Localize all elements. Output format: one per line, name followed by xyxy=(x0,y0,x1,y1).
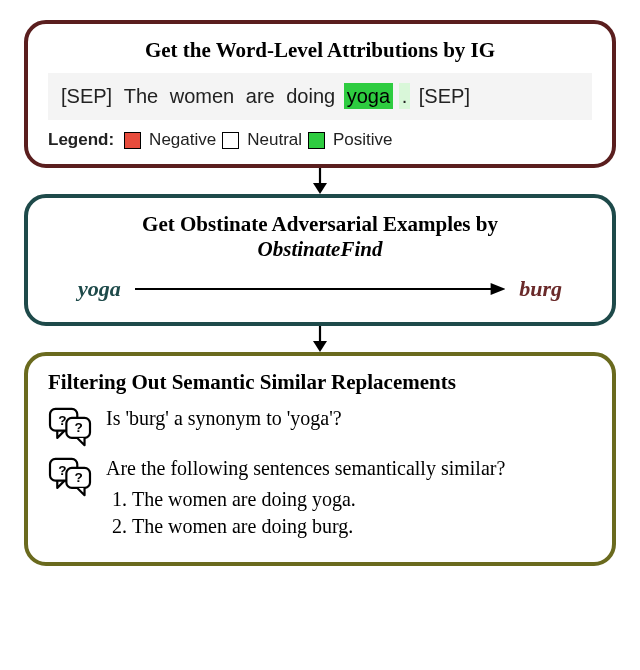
panel-attributions: Get the Word-Level Attributions by IG [S… xyxy=(24,20,616,168)
token-women: women xyxy=(167,83,237,109)
token-the: The xyxy=(121,83,161,109)
svg-marker-1 xyxy=(313,183,327,194)
connector-2 xyxy=(24,326,616,352)
svg-marker-3 xyxy=(490,283,505,295)
swatch-negative xyxy=(124,132,141,149)
swatch-neutral xyxy=(222,132,239,149)
attribution-sentence: [SEP] The women are doing yoga . [SEP] xyxy=(48,73,592,120)
question-2-block: Are the following sentences semantically… xyxy=(106,455,505,540)
arrow-down-icon xyxy=(305,326,335,352)
svg-text:?: ? xyxy=(58,413,66,428)
chat-bubble-question-icon: ? ? xyxy=(48,457,92,497)
panel2-title-pre: Get Obstinate Adversarial Examples by xyxy=(142,212,498,236)
target-word: burg xyxy=(519,276,562,302)
token-doing: doing xyxy=(283,83,338,109)
question-2-item-1: The women are doing yoga. xyxy=(132,486,505,513)
token-sep-start: [SEP] xyxy=(58,83,115,109)
question-2-list: The women are doing yoga. The women are … xyxy=(106,486,505,540)
token-yoga-highlighted: yoga xyxy=(344,83,393,109)
legend: Legend: Negative Neutral Positive xyxy=(48,130,592,150)
panel2-title: Get Obstinate Adversarial Examples by Ob… xyxy=(48,212,592,262)
connector-1 xyxy=(24,168,616,194)
legend-label: Legend: xyxy=(48,130,114,150)
question-2-row: ? ? Are the following sentences semantic… xyxy=(48,455,592,540)
chat-bubble-question-icon: ? ? xyxy=(48,407,92,447)
svg-text:?: ? xyxy=(75,470,83,485)
panel-filtering: Filtering Out Semantic Similar Replaceme… xyxy=(24,352,616,566)
legend-positive-text: Positive xyxy=(333,130,393,150)
panel1-title: Get the Word-Level Attributions by IG xyxy=(48,38,592,63)
token-are: are xyxy=(243,83,278,109)
question-2-lead: Are the following sentences semantically… xyxy=(106,455,505,482)
swatch-positive xyxy=(308,132,325,149)
arrow-right-icon xyxy=(135,279,505,299)
question-1-text: Is 'burg' a synonym to 'yoga'? xyxy=(106,405,342,432)
legend-neutral-text: Neutral xyxy=(247,130,302,150)
svg-text:?: ? xyxy=(58,463,66,478)
question-2-item-2: The women are doing burg. xyxy=(132,513,505,540)
token-sep-end: [SEP] xyxy=(416,83,473,109)
panel3-title: Filtering Out Semantic Similar Replaceme… xyxy=(48,370,592,395)
legend-negative-text: Negative xyxy=(149,130,216,150)
token-period: . xyxy=(399,83,411,109)
panel2-title-emph: ObstinateFind xyxy=(258,237,383,261)
arrow-down-icon xyxy=(305,168,335,194)
source-word: yoga xyxy=(78,276,121,302)
panel-obstinate: Get Obstinate Adversarial Examples by Ob… xyxy=(24,194,616,326)
svg-marker-5 xyxy=(313,341,327,352)
replacement-row: yoga burg xyxy=(48,272,592,308)
svg-text:?: ? xyxy=(75,420,83,435)
question-1-row: ? ? Is 'burg' a synonym to 'yoga'? xyxy=(48,405,592,447)
